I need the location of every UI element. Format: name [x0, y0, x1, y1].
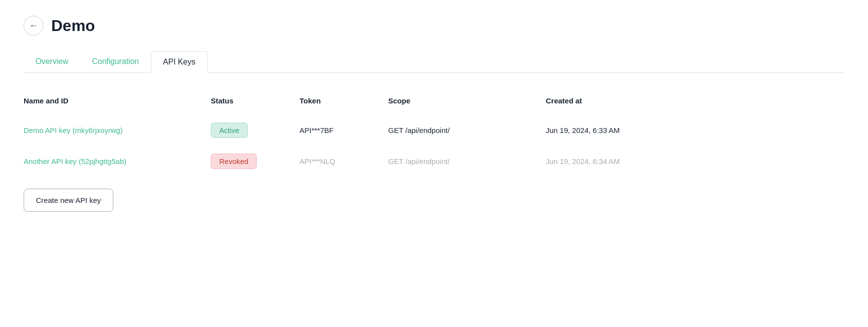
back-icon: ← [29, 21, 38, 31]
status-revoked-badge: Revoked [211, 154, 257, 169]
col-header-scope: Scope [388, 97, 546, 105]
col-header-token: Token [300, 97, 388, 105]
table-header-row: Name and ID Status Token Scope Created a… [24, 93, 844, 111]
api-keys-table: Name and ID Status Token Scope Created a… [24, 93, 844, 177]
scope-value: GET /api/endpoint/ [388, 157, 546, 165]
api-key-name-link[interactable]: Demo API key (mky6rjxoyrwg) [24, 126, 211, 134]
created-value: Jun 19, 2024, 6:34 AM [546, 157, 694, 165]
token-value: API***7BF [300, 126, 388, 134]
status-active-badge: Active [211, 123, 248, 138]
token-value: API***NLQ [300, 157, 388, 165]
created-value: Jun 19, 2024, 6:33 AM [546, 126, 694, 134]
scope-value: GET /api/endpoint/ [388, 126, 546, 134]
api-key-name-link[interactable]: Another API key (52pjhgttg5ab) [24, 157, 211, 165]
status-badge: Revoked [211, 154, 300, 169]
create-api-key-button[interactable]: Create new API key [24, 189, 113, 212]
page-header: ← Demo [24, 16, 844, 35]
col-header-status: Status [211, 97, 300, 105]
tab-overview[interactable]: Overview [24, 51, 80, 73]
col-header-name: Name and ID [24, 97, 211, 105]
status-badge: Active [211, 123, 300, 138]
table-row: Another API key (52pjhgttg5ab) Revoked A… [24, 146, 844, 177]
tab-bar: Overview Configuration API Keys [24, 51, 844, 73]
col-header-created: Created at [546, 97, 694, 105]
back-button[interactable]: ← [24, 16, 43, 35]
tab-configuration[interactable]: Configuration [80, 51, 151, 73]
tab-api-keys[interactable]: API Keys [151, 51, 208, 73]
table-row: Demo API key (mky6rjxoyrwg) Active API**… [24, 115, 844, 146]
page-title: Demo [51, 17, 95, 35]
